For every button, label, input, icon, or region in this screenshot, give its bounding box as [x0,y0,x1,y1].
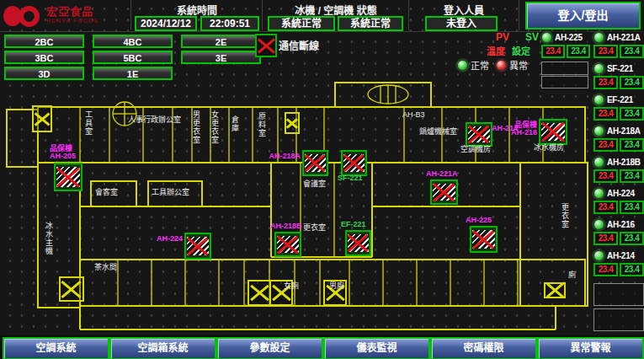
room-label: 更衣室 [303,223,326,232]
stair-x-icon [59,276,84,302]
status-led-icon [593,63,604,74]
equipment-name-row: AH-218A [593,124,644,137]
system-date-value: 2024/12/12 [135,16,197,31]
fan-label-ah-218a: AH-218A [267,153,301,160]
status-led-icon [541,32,552,43]
status-led-icon [593,157,604,168]
brand-name: 宏亞食品 [46,7,98,16]
equipment-values-row: 23.423.4 [593,263,644,276]
equipment-name: EF-221 [607,95,633,104]
room-label: 會議室 [303,180,326,188]
equipment-values-row: 23.423.4 [593,45,644,58]
sv-value: 23.4 [567,45,590,58]
status-led-icon [593,94,604,105]
equipment-item: AH-221A23.423.4 [593,30,644,58]
sv-legend-label: SV [525,31,539,43]
pv-value: 23.4 [593,201,618,214]
zone-button-2bc[interactable]: 2BC [4,35,84,48]
comm-fail-icon [255,34,277,57]
equipment-block: AH-21623.423.4 [541,217,644,248]
zone-button-3d[interactable]: 3D [4,67,84,80]
equipment-name: AH-221A [607,33,641,42]
zone-button-2e[interactable]: 2E [181,35,261,48]
room-label: 冰水主機 [45,222,53,255]
brand-subtitle: HUNYA FOODS [46,16,98,25]
zone-button-3bc[interactable]: 3BC [4,51,84,64]
fan-ah-224[interactable] [184,233,211,260]
nav-button-3[interactable]: 儀表監視 [323,337,430,359]
equipment-values-row: 23.423.4 [541,45,590,58]
status-led-icon [593,188,604,199]
normal-legend-label: 正常 [471,58,489,72]
normal-led-icon [457,60,468,71]
room-label: 工具辦公室 [152,188,189,196]
equipment-name: AH-218B [607,158,641,167]
fan-label-ah-224: AH-224 [149,235,183,243]
nav-button-4[interactable]: 密碼權限 [430,337,537,359]
fan-label-ah-218b: AH-218B [270,222,302,230]
sv-value: 23.4 [620,201,644,214]
room-label: 鍋爐機械室 [419,127,457,136]
fan-label-sf-221: SF-221 [338,174,363,182]
header-bar: 宏亞食品 HUNYA FOODS 系統時間 2024/12/12 22:09:5… [0,0,644,32]
fan-ah-205[interactable] [54,163,82,191]
status-led-icon [593,126,604,137]
equipment-item: AH-21423.423.4 [593,249,644,276]
nav-button-1[interactable]: 空調箱系統 [109,337,216,359]
zone-button-panel: 2BC4BC2E3BC5BC3E3D1E [4,35,261,80]
fan-ef-221[interactable] [345,230,371,256]
equipment-item: EF-22123.423.4 [593,93,644,121]
fan-ah-225[interactable] [470,226,498,253]
abnormal-legend: 異常 [496,58,528,72]
equipment-item: SF-22123.423.4 [593,62,644,89]
sv-value: 23.4 [620,263,644,276]
fan-room-label: 空調機房 [460,145,491,153]
nav-button-0[interactable]: 空調系統 [3,337,109,359]
zone-button-4bc[interactable]: 4BC [93,35,173,48]
stair-x-icon [544,282,566,298]
pv-value: 23.4 [593,76,618,89]
fan-label-ah-205: 品保棟AH-205 [50,145,76,160]
sv-value: 23.4 [620,169,644,183]
fan-label-ah-225: AH-225 [466,217,492,224]
sv-value: 23.4 [620,107,644,121]
equipment-block: AH-21423.423.4 [541,249,644,279]
equipment-name-row: SF-221 [593,62,644,75]
equipment-name-row: AH-218B [593,155,644,169]
room-label: 男更衣室 [192,110,200,144]
equipment-empty-box [593,283,644,306]
stair-x-icon [247,280,271,306]
nav-button-2[interactable]: 參數設定 [216,337,323,359]
company-logo: 宏亞食品 HUNYA FOODS [3,3,130,29]
equipment-name: AH-225 [555,33,583,42]
fan-sf-221[interactable] [341,150,367,176]
pv-value: 23.4 [593,45,618,58]
nav-button-5[interactable]: 異常警報 [537,337,644,359]
fan-ah-218b[interactable] [274,232,301,257]
equipment-item: AH-21623.423.4 [593,217,644,245]
login-logout-button[interactable]: 登入/登出 [525,2,641,29]
zone-button-1e[interactable]: 1E [93,67,173,80]
status-led-icon [593,32,604,43]
pv-value: 23.4 [541,45,565,58]
zone-button-3e[interactable]: 3E [181,51,261,64]
equipment-empty-box [541,76,588,88]
floor-plan-map: 工具室人事行政辦公室男更衣室女更衣室倉庫原料室AH-B3鍋爐機械室會議室更衣室會… [0,80,591,335]
room-label: 人事行政辦公室 [128,115,181,124]
equipment-item: AH-22523.423.4 [541,30,590,58]
equipment-name: AH-216 [607,220,635,229]
equipment-name: AH-214 [607,251,635,260]
status-led-icon [593,219,604,230]
equipment-empty-box [541,62,588,75]
pv-value: 23.4 [593,107,618,121]
temp-legend-label: 溫度 [487,44,505,57]
sv-value: 23.4 [620,45,644,58]
fan-ah-221a[interactable] [430,180,458,205]
fan-ah-218a[interactable] [302,150,328,176]
room-label: 倉庫 [231,115,239,132]
equipment-block: EF-22123.423.4 [541,93,644,123]
login-user-label: 登入人員 [412,3,515,17]
zone-button-5bc[interactable]: 5BC [93,51,173,64]
fan-ah-214[interactable] [466,122,492,147]
hunya-logo-icon [3,4,42,28]
